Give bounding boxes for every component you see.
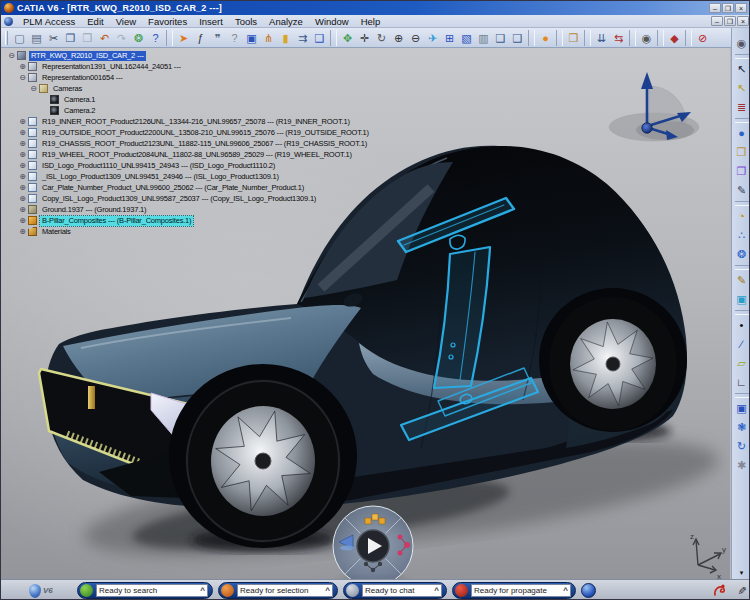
status-field[interactable]: Ready for propagate ^ (471, 584, 571, 597)
tree-item[interactable]: RTR_KWQ_R2010_ISD_CAR_2 --- (5, 50, 355, 61)
formula-icon[interactable]: ƒ (192, 30, 209, 46)
lock-icon[interactable]: ▮ (277, 30, 294, 46)
selection-ready-icon[interactable] (221, 584, 234, 597)
insert-existing-icon[interactable]: ▣ (733, 399, 750, 418)
tree-item[interactable]: R19_INNER_ROOT_Product2126UNL_13344-216_… (5, 116, 355, 127)
update-status-icon[interactable]: ↻ (733, 437, 750, 456)
tree-expander[interactable] (18, 150, 27, 159)
toolbar-grip[interactable] (5, 31, 8, 45)
minimize-button[interactable]: – (709, 3, 721, 13)
status-field[interactable]: Ready for selection ^ (237, 584, 333, 597)
menu-item[interactable]: View (110, 16, 142, 27)
toolbox-icon[interactable]: ❒ (565, 30, 582, 46)
bounding-box-icon[interactable]: ▣ (733, 290, 750, 309)
tree-item[interactable]: ISD_Logo_Product1110_UNL99415_24943 --- … (5, 160, 355, 171)
tree-expander[interactable] (18, 216, 27, 225)
tree-item[interactable]: R19_OUTSIDE_ROOT_Product2200UNL_13508-21… (5, 127, 355, 138)
tree-item[interactable]: Representation001654 --- (5, 72, 355, 83)
tree-item[interactable]: Copy_ISL_Logo_Product1309_UNL99587_25037… (5, 193, 355, 204)
tree-expander[interactable] (18, 128, 27, 137)
create-point-icon[interactable]: • (733, 316, 750, 335)
no-show-icon[interactable]: ⊘ (694, 30, 711, 46)
axis-system-icon[interactable]: ∟ (733, 373, 750, 392)
viewport[interactable]: z y x RTR_KWQ_R2010_ISD_CAR_2 --- (1, 48, 731, 579)
menu-item[interactable]: Favorites (142, 16, 193, 27)
create-plane-icon[interactable]: ▱ (733, 354, 750, 373)
multi-view-icon[interactable]: ⊞ (441, 30, 458, 46)
plm-world-icon[interactable]: ● (733, 124, 750, 143)
status-field[interactable]: Ready to search ^ (96, 584, 208, 597)
tree-expander[interactable] (7, 51, 16, 60)
help-icon[interactable]: ? (226, 30, 243, 46)
save-managed-icon[interactable]: ⇊ (593, 30, 610, 46)
swirl-tool-icon[interactable]: ◔ (733, 207, 750, 226)
tree-expander[interactable] (18, 205, 27, 214)
tree-expander[interactable] (18, 172, 27, 181)
tree-item[interactable]: Camera.2 (5, 105, 355, 116)
tree-expander[interactable] (18, 117, 27, 126)
menu-item[interactable]: Tools (229, 16, 263, 27)
create-line-icon[interactable]: ∕ (733, 335, 750, 354)
tree-item[interactable]: Camera.1 (5, 94, 355, 105)
menu-item[interactable]: Analyze (263, 16, 309, 27)
screen-a-icon[interactable]: ❑ (492, 30, 509, 46)
tree-expander[interactable] (18, 139, 27, 148)
caret-up-icon[interactable]: ^ (325, 587, 330, 595)
menu-item[interactable]: Edit (81, 16, 109, 27)
new-document-icon[interactable]: ▢ (11, 30, 28, 46)
sphere-gear-icon[interactable]: ❂ (733, 245, 750, 264)
fly-mode-icon[interactable]: ➤ (175, 30, 192, 46)
close-button[interactable]: × (735, 3, 747, 13)
pan-icon[interactable]: ✛ (356, 30, 373, 46)
catalog-folder-icon[interactable]: ❒ (733, 143, 750, 162)
chat-ready-icon[interactable] (346, 584, 359, 597)
caret-up-icon[interactable]: ^ (434, 587, 439, 595)
status-field[interactable]: Ready to chat ^ (362, 584, 442, 597)
tree-expander[interactable] (18, 183, 27, 192)
update-globe-icon[interactable]: ❂ (130, 30, 147, 46)
redo-icon[interactable]: ↷ (113, 30, 130, 46)
zoom-in-icon[interactable]: ⊕ (390, 30, 407, 46)
rotate-icon[interactable]: ↻ (373, 30, 390, 46)
doc-minimize-button[interactable]: – (711, 16, 723, 26)
tree-item[interactable]: Ground.1937 --- (Ground.1937.1) (5, 204, 355, 215)
cut-icon[interactable]: ✂ (45, 30, 62, 46)
doc-restore-button[interactable]: ❐ (724, 16, 736, 26)
chat-bubble-icon[interactable]: ❞ (209, 30, 226, 46)
window-panes-icon[interactable]: ❑ (311, 30, 328, 46)
tree-item[interactable]: Materials (5, 226, 355, 237)
propagate-managed-icon[interactable]: ⇆ (610, 30, 627, 46)
user-avatar-icon[interactable] (581, 583, 596, 598)
zoom-out-icon[interactable]: ⊖ (407, 30, 424, 46)
layer-filter-icon[interactable]: ≣ (733, 98, 750, 117)
doc-close-button[interactable]: × (737, 16, 749, 26)
menu-item[interactable]: Window (309, 16, 355, 27)
search-ready-icon[interactable] (80, 584, 93, 597)
menu-item[interactable]: PLM Access (17, 16, 81, 27)
fit-all-icon[interactable]: ✥ (339, 30, 356, 46)
screen-b-icon[interactable]: ❑ (509, 30, 526, 46)
tree-expander[interactable] (18, 194, 27, 203)
assembly-spheres-icon[interactable]: ∴ (733, 226, 750, 245)
tree-item[interactable]: B-Pillar_Composites --- (B-Pillar_Compos… (5, 215, 355, 226)
render-style-icon[interactable]: ▥ (475, 30, 492, 46)
report-catalog-icon[interactable]: ◆ (666, 30, 683, 46)
undo-icon[interactable]: ↶ (96, 30, 113, 46)
knowledge-gear-icon[interactable]: ✱ (733, 456, 750, 475)
tree-expander[interactable] (18, 73, 27, 82)
tree-item[interactable]: _ISL_Logo_Product1309_UNL99451_24946 ---… (5, 171, 355, 182)
copy-icon[interactable]: ❐ (62, 30, 79, 46)
tree-expander[interactable] (29, 84, 38, 93)
tree-item[interactable]: R19_WHEEL_ROOT_Product2084UNL_11802-88_U… (5, 149, 355, 160)
tree-item[interactable]: Cameras (5, 83, 355, 94)
tree-item[interactable]: Car_Plate_Number_Product_UNL99600_25062 … (5, 182, 355, 193)
material-sphere-icon[interactable]: ● (537, 30, 554, 46)
caret-up-icon[interactable]: ^ (200, 587, 205, 595)
iso-view-icon[interactable]: ▧ (458, 30, 475, 46)
tree-expander[interactable] (18, 161, 27, 170)
tree-item[interactable]: R19_CHASSIS_ROOT_Product2123UNL_11882-11… (5, 138, 355, 149)
propagate-ready-icon[interactable] (455, 584, 468, 597)
restore-button[interactable]: ❐ (722, 3, 734, 13)
tree-expander[interactable] (18, 227, 27, 236)
sketch-tools-icon[interactable]: ✎ (733, 181, 750, 200)
